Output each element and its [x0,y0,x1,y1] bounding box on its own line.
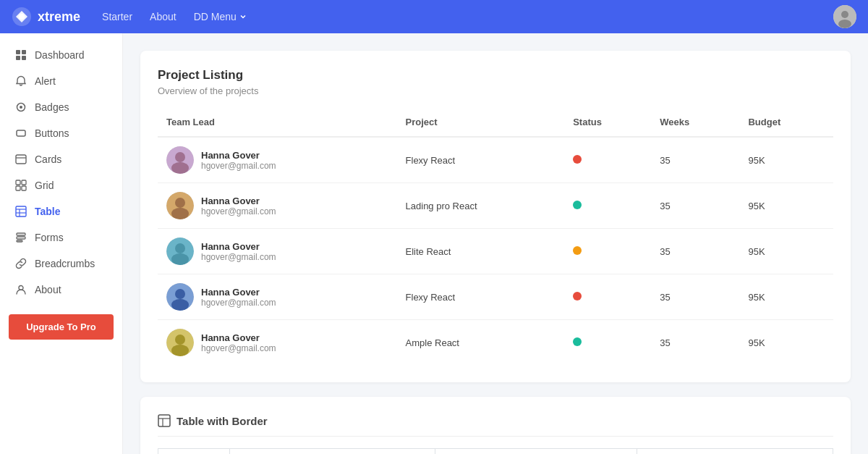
table-row: Hanna Gover hgover@gmail.com Flexy React… [158,274,833,320]
sidebar-item-dashboard[interactable]: Dashboard [0,42,122,68]
project-listing-title: Project Listing [158,68,833,83]
svg-rect-15 [22,180,26,185]
sidebar-label-cards: Cards [35,154,61,165]
cell-status [564,229,651,274]
circle-icon [14,101,27,114]
sidebar-item-breadcrumbs[interactable]: Breadcrumbs [0,251,122,277]
sidebar-label-buttons: Buttons [35,127,69,139]
sidebar: Dashboard Alert Badges Buttons Cards Gri… [0,33,123,454]
cell-project: Flexy React [397,274,565,320]
project-listing-card: Project Listing Overview of the projects… [140,51,851,382]
grid-icon [14,179,27,192]
lead-email: hgover@gmail.com [201,343,276,353]
nav-starter[interactable]: Starter [95,7,140,27]
project-table-body: Hanna Gover hgover@gmail.com Flexy React… [158,137,833,365]
sidebar-item-grid[interactable]: Grid [0,172,122,198]
status-badge [573,246,582,255]
svg-rect-41 [158,415,170,426]
status-badge [573,337,582,346]
card-icon [14,153,27,166]
svg-point-4 [838,20,851,28]
svg-point-30 [175,198,185,208]
svg-rect-16 [16,186,20,190]
lead-email: hgover@gmail.com [201,298,276,308]
upgrade-button[interactable]: Upgrade To Pro [9,314,114,340]
avatar [166,283,194,311]
svg-point-28 [171,162,189,174]
avatar [166,192,194,219]
bt-col-last: Last Name [435,449,637,455]
bt-col-num: # [158,449,230,455]
svg-rect-8 [22,56,26,60]
sidebar-label-grid: Grid [35,180,54,191]
status-badge [573,155,582,164]
top-navigation: xtreme Starter About DD Menu [0,0,868,33]
sidebar-item-buttons[interactable]: Buttons [0,120,122,146]
sidebar-label-badges: Badges [35,101,69,113]
border-table-title: Table with Border [176,415,268,427]
avatar [166,146,194,174]
sidebar-label-forms: Forms [35,232,64,243]
svg-rect-5 [16,50,20,54]
svg-point-1 [19,14,25,20]
cell-project: Flexy React [397,137,565,183]
sidebar-label-alert: Alert [35,75,56,87]
table-row: Hanna Gover hgover@gmail.com Lading pro … [158,183,833,229]
svg-rect-22 [17,233,25,235]
user-avatar-icon [833,5,856,28]
cell-status [564,137,651,183]
cell-team-lead: Hanna Gover hgover@gmail.com [158,320,397,366]
lead-email: hgover@gmail.com [201,252,276,262]
cell-budget: 95K [739,320,833,366]
lead-name: Hanna Gover [201,287,276,298]
brand-icon [12,7,32,27]
lead-info: Hanna Gover hgover@gmail.com [201,332,276,353]
cell-status [564,320,651,366]
lead-info: Hanna Gover hgover@gmail.com [201,287,276,308]
cell-team-lead: Hanna Gover hgover@gmail.com [158,274,397,320]
form-icon [14,231,27,244]
bt-col-first: First Name [230,449,435,455]
lead-name: Hanna Gover [201,241,276,252]
lead-email: hgover@gmail.com [201,161,276,171]
nav-about[interactable]: About [142,7,184,27]
lead-info: Hanna Gover hgover@gmail.com [201,241,276,262]
avatar [166,237,194,265]
sidebar-item-alert[interactable]: Alert [0,68,122,94]
sidebar-label-breadcrumbs: Breadcrumbs [35,258,95,269]
cell-budget: 95K [739,137,833,183]
svg-rect-23 [17,237,25,239]
lead-name: Hanna Gover [201,332,276,343]
sidebar-label-table: Table [35,206,61,217]
project-listing-subtitle: Overview of the projects [158,85,833,96]
col-budget: Budget [739,111,833,137]
cell-status [564,183,651,229]
rect-icon [14,127,27,140]
svg-rect-14 [16,180,20,185]
sidebar-label-about: About [35,284,61,295]
svg-point-37 [171,299,189,311]
user-avatar-top[interactable] [833,5,856,28]
sidebar-item-forms[interactable]: Forms [0,224,122,251]
svg-point-36 [175,289,185,299]
sidebar-item-table[interactable]: Table [0,198,122,224]
border-table-card: Table with Border # First Name Last Name… [140,397,851,454]
link-icon [14,257,27,270]
col-team-lead: Team Lead [158,111,397,137]
svg-point-3 [841,11,848,18]
project-table: Team Lead Project Status Weeks Budget Ha… [158,111,833,365]
sidebar-item-about[interactable]: About [0,277,122,303]
brand-name: xtreme [38,9,80,25]
status-badge [573,292,582,300]
sidebar-item-cards[interactable]: Cards [0,146,122,172]
border-table-header-row: # First Name Last Name Username [158,449,833,455]
nav-dd-label: DD Menu [194,11,237,22]
nav-dd-menu[interactable]: DD Menu [187,7,254,27]
lead-name: Hanna Gover [201,150,276,161]
bell-icon [14,75,27,88]
cell-budget: 95K [739,274,833,320]
sidebar-item-badges[interactable]: Badges [0,94,122,120]
brand-logo-area: xtreme [12,7,80,27]
svg-point-33 [175,243,185,253]
table-row: Hanna Gover hgover@gmail.com Elite React… [158,229,833,274]
